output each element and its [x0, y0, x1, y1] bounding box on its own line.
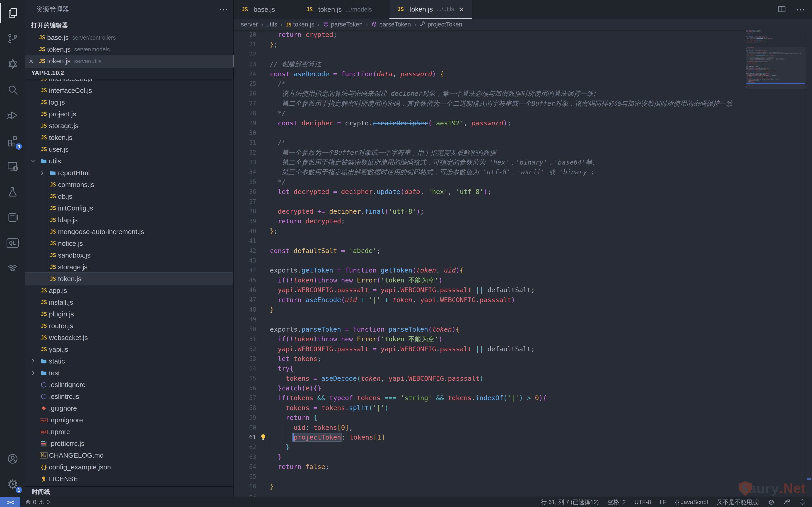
timeline-section-header[interactable]: 时间线 [26, 487, 233, 497]
code-line-56[interactable]: 56 }catch(e){} [234, 383, 746, 393]
activity-chatgpt-extension-icon[interactable] [0, 51, 26, 77]
code-line-33[interactable]: 33 第二个参数用于指定被解密数据所使用的编码格式，可指定的参数值为 'hex'… [234, 158, 746, 167]
code-line-50[interactable]: 50exports.parseToken = function parseTok… [234, 325, 746, 334]
tree-item-log.js[interactable]: JS log.js [26, 97, 233, 108]
tree-item-project.js[interactable]: JS project.js [26, 108, 233, 120]
code-line-43[interactable]: 43 [234, 256, 746, 266]
code-line-39[interactable]: 39 return decrypted; [234, 216, 746, 226]
code-line-67[interactable]: 67 [234, 491, 746, 497]
tree-item-config_example.json[interactable]: {} config_example.json [26, 461, 233, 473]
tree-item-token.js[interactable]: JS token.js [26, 273, 233, 285]
code-area[interactable]: 20 return crypted;21};2223// 创建解密算法24con… [234, 30, 746, 497]
code-line-22[interactable]: 22 [234, 50, 746, 59]
code-line-25[interactable]: 25 /* [234, 79, 746, 89]
code-line-35[interactable]: 35 */ [234, 177, 746, 187]
breadcrumb-item-parseToken[interactable]: parseToken [323, 21, 363, 28]
tab-token.js.../utils[interactable]: JS token.js.../utils× [390, 0, 472, 19]
close-icon[interactable]: × [26, 57, 37, 66]
code-line-41[interactable]: 41 [234, 236, 746, 246]
eol-status[interactable]: LF [660, 499, 667, 506]
code-line-45[interactable]: 45 if(!token)throw new Error('token 不能为空… [234, 275, 746, 285]
tree-item-plugin.js[interactable]: JS plugin.js [26, 308, 233, 320]
code-line-29[interactable]: 29 const decipher = crypto.createDeciphe… [234, 118, 746, 128]
code-line-52[interactable]: 52 yapi.WEBCONFIG.passsalt = yapi.WEBCON… [234, 344, 746, 354]
indentation-status[interactable]: 空格: 2 [607, 498, 626, 506]
tree-item-yapi.js[interactable]: JS yapi.js [26, 344, 233, 355]
code-line-27[interactable]: 27 第二个参数用于指定解密时所使用的密码，其参数值为一个二进制格式的字符串或一… [234, 99, 746, 108]
tree-item-.gitignore[interactable]: .gitignore [26, 402, 233, 414]
tree-item-ldap.js[interactable]: JS ldap.js [26, 214, 233, 226]
code-line-23[interactable]: 23// 创建解密算法 [234, 59, 746, 69]
tree-item-websocket.js[interactable]: JS websocket.js [26, 332, 233, 344]
code-line-30[interactable]: 30 [234, 128, 746, 138]
breadcrumb-item-utils[interactable]: utils [266, 21, 277, 28]
code-line-21[interactable]: 21}; [234, 40, 746, 49]
activity-project-manager-icon[interactable] [0, 256, 26, 281]
breadcrumb-item-projectToken[interactable]: projectToken [419, 21, 462, 28]
sync-disabled-icon[interactable]: ⊘ [768, 498, 774, 506]
notifications-bell-icon[interactable] [799, 498, 806, 506]
open-editor-item[interactable]: JS token.js server/models [26, 44, 233, 55]
activity-extensions-icon[interactable]: 4 [0, 128, 26, 154]
tree-item-token.js[interactable]: JS token.js [26, 132, 233, 144]
activity-settings-icon[interactable]: ⚙1 [0, 471, 26, 497]
activity-notebook-icon[interactable] [0, 205, 26, 230]
code-line-66[interactable]: 66} [234, 482, 746, 491]
tree-item-storage.js[interactable]: JS storage.js [26, 261, 233, 273]
tree-item-mongoose-auto-increment.js[interactable]: JS mongoose-auto-increment.js [26, 226, 233, 238]
tree-folder-reportHtml[interactable]: reportHtml [26, 167, 233, 179]
tree-item-LICENSE[interactable]: LICENSE [26, 473, 233, 485]
code-line-48[interactable]: 48} [234, 305, 746, 315]
code-line-53[interactable]: 53 let tokens; [234, 354, 746, 364]
code-line-40[interactable]: 40}; [234, 226, 746, 236]
tree-item-.eslintignore[interactable]: .eslintignore [26, 379, 233, 391]
code-line-36[interactable]: 36 let decrypted = decipher.update(data,… [234, 187, 746, 197]
code-line-44[interactable]: 44exports.getToken = function getToken(t… [234, 266, 746, 275]
code-line-58[interactable]: 58 tokens = tokens.split('|') [234, 403, 746, 413]
tree-item-interfaceCat.js[interactable]: JS interfaceCat.js [26, 79, 233, 84]
code-line-24[interactable]: 24const aseDecode = function(data, passw… [234, 69, 746, 79]
minimap[interactable]: const yapi = require('../yapi');const cr… [746, 30, 805, 89]
tree-item-user.js[interactable]: JS user.js [26, 144, 233, 155]
code-line-63[interactable]: 63 } [234, 452, 746, 462]
tree-item-notice.js[interactable]: JS notice.js [26, 238, 233, 249]
code-line-28[interactable]: 28 */ [234, 108, 746, 118]
overview-ruler[interactable] [805, 30, 812, 497]
minimap-viewport[interactable] [746, 47, 805, 89]
activity-explorer-icon[interactable] [0, 0, 26, 25]
tree-item-db.js[interactable]: JS db.js [26, 190, 233, 202]
code-line-42[interactable]: 42const defaultSalt = 'abcde'; [234, 246, 746, 256]
activity-accounts-icon[interactable] [0, 446, 26, 471]
code-line-60[interactable]: 60 uid: tokens[0], [234, 423, 746, 433]
tree-folder-static[interactable]: static [26, 355, 233, 367]
code-line-47[interactable]: 47 return aseEncode(uid + '|' + token, y… [234, 295, 746, 305]
feedback-icon[interactable] [783, 498, 790, 506]
tree-item-.prettierrc.js[interactable]: .prettierrc.js [26, 438, 233, 450]
activity-testing-icon[interactable] [0, 179, 26, 205]
close-icon[interactable]: × [459, 5, 464, 14]
lightbulb-icon[interactable] [259, 434, 267, 442]
code-line-46[interactable]: 46 yapi.WEBCONFIG.passsalt = yapi.WEBCON… [234, 285, 746, 295]
code-line-62[interactable]: 62 } [234, 442, 746, 452]
tree-item-commons.js[interactable]: JS commons.js [26, 179, 233, 190]
activity-source-control-icon[interactable] [0, 25, 26, 51]
code-line-31[interactable]: 31 /* [234, 138, 746, 148]
code-line-65[interactable]: 65 [234, 472, 746, 482]
tree-item-.npmrc[interactable]: npm .npmrc [26, 426, 233, 438]
breadcrumb-item-token.js[interactable]: JStoken.js [286, 21, 314, 28]
activity-run-debug-icon[interactable] [0, 102, 26, 128]
language-status[interactable]: {} JavaScript [675, 499, 708, 506]
code-line-37[interactable]: 37 [234, 197, 746, 207]
code-line-61[interactable]: 61 projectToken: tokens[1] [234, 433, 746, 442]
tree-item-app.js[interactable]: JS app.js [26, 285, 233, 296]
workspace-root-header[interactable]: YAPI-1.10.2 [26, 67, 233, 79]
code-line-55[interactable]: 55 tokens = aseDecode(token, yapi.WEBCON… [234, 374, 746, 383]
code-line-49[interactable]: 49 [234, 315, 746, 324]
open-editor-item[interactable]: × JS token.js server/utils [24, 55, 233, 67]
remote-indicator[interactable]: >< [0, 497, 20, 507]
activity-remote-explorer-icon[interactable] [0, 154, 26, 179]
breadcrumb-item-parseToken[interactable]: parseToken [371, 21, 411, 28]
activity-search-icon[interactable] [0, 77, 26, 102]
tree-item-router.js[interactable]: JS router.js [26, 320, 233, 332]
tab-base.js[interactable]: JS base.js [234, 0, 298, 19]
